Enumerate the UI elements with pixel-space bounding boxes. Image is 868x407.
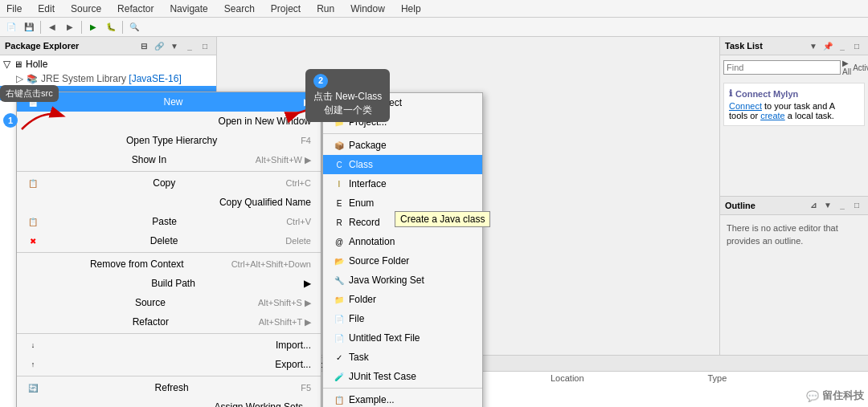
ctx-item-open-new-window[interactable]: Open in New Window	[17, 112, 321, 131]
create-link[interactable]: create	[760, 111, 785, 120]
toolbar-new-btn[interactable]: 📄	[3, 19, 19, 35]
ctx-item-import[interactable]: ↓ Import...	[17, 336, 321, 355]
toolbar-run-btn[interactable]: ▶	[85, 19, 101, 35]
connect-link[interactable]: Connect	[729, 101, 762, 111]
menu-run[interactable]: Run	[313, 2, 338, 16]
ctx-item-assign-working-sets[interactable]: Assign Working Sets...	[17, 397, 321, 407]
collapse-icon[interactable]: ⊟	[137, 39, 150, 52]
menu-help[interactable]: Help	[398, 2, 424, 16]
menu-edit[interactable]: Edit	[35, 2, 58, 16]
submenu-example[interactable]: 📋 Example...	[323, 390, 482, 407]
task-list-menu-icon[interactable]: ▼	[807, 39, 820, 52]
show-icon	[27, 153, 39, 166]
submenu-enum[interactable]: E Enum	[323, 193, 482, 213]
outline-maximize-icon[interactable]: □	[850, 199, 863, 212]
submenu-package[interactable]: 📦 Package	[323, 136, 482, 155]
ctx-item-label: Export...	[275, 359, 311, 370]
task-list-maximize-icon[interactable]: □	[850, 39, 863, 52]
submenu-junit-test-case[interactable]: 🧪 JUnit Test Case	[323, 367, 482, 386]
minimize-icon[interactable]: _	[183, 39, 196, 52]
task-find-input[interactable]	[723, 60, 841, 75]
tree-item-holle[interactable]: ▽ 🖥 Holle	[0, 57, 216, 71]
ctx-item-copy[interactable]: 📋 Copy Ctrl+C	[17, 173, 321, 193]
submenu-class[interactable]: C Class	[323, 155, 482, 174]
project-icon: 🖥	[14, 59, 23, 69]
ctx-item-new[interactable]: 📄 New ▶	[17, 92, 321, 112]
export-icon: ↑	[27, 358, 39, 371]
submenu-task[interactable]: ✓ Task	[323, 348, 482, 367]
right-side-panels: Task List ▼ 📌 _ □ ▶ All Activa	[719, 37, 868, 355]
class-tooltip: Create a Java class	[395, 211, 490, 227]
submenu-source-folder[interactable]: 📂 Source Folder	[323, 251, 482, 271]
menu-window[interactable]: Window	[347, 2, 388, 16]
ctx-item-show-in[interactable]: Show In Alt+Shift+W ▶	[17, 150, 321, 169]
mylyn-text3: a local task.	[788, 111, 834, 120]
task-list-minimize-icon[interactable]: _	[836, 39, 849, 52]
submenu-item-label: Task	[349, 352, 369, 363]
submenu-item-label: Annotation	[349, 236, 395, 247]
view-menu-icon[interactable]: ▼	[168, 39, 181, 52]
filter-all-label[interactable]: ▶ All	[842, 59, 851, 76]
outline-title: Outline	[725, 201, 755, 210]
ctx-item-refresh[interactable]: 🔄 Refresh F5	[17, 378, 321, 397]
ctx-item-copy-qualified[interactable]: Copy Qualified Name	[17, 193, 321, 212]
ctx-item-delete[interactable]: ✖ Delete Delete	[17, 231, 321, 250]
submenu-java-working-set[interactable]: 🔧 Java Working Set	[323, 271, 482, 290]
filter-activa-label[interactable]: Activa	[853, 63, 868, 72]
toolbar-sep-2	[81, 21, 82, 34]
outline-minimize-icon[interactable]: _	[836, 199, 849, 212]
ctx-item-paste[interactable]: 📋 Paste Ctrl+V	[17, 212, 321, 231]
submenu-file[interactable]: 📄 File	[323, 309, 482, 328]
menu-navigate[interactable]: Navigate	[166, 2, 211, 16]
toolbar-search-btn[interactable]: 🔍	[126, 19, 142, 35]
working-set-icon: 🔧	[333, 274, 346, 287]
maximize-icon[interactable]: □	[199, 39, 211, 52]
step2-callout-line1: 点击 New-Class	[313, 90, 382, 104]
menu-search[interactable]: Search	[221, 2, 258, 16]
toolbar-forward-btn[interactable]: ▶	[62, 19, 78, 35]
link-icon[interactable]: 🔗	[153, 39, 166, 52]
source-icon	[27, 296, 39, 309]
submenu-item-label: Enum	[349, 197, 374, 209]
menu-refactor[interactable]: Refactor	[114, 2, 157, 16]
toolbar-debug-btn[interactable]: 🐛	[103, 19, 119, 35]
ctx-item-label: Show In	[132, 154, 166, 165]
submenu-sep-2	[323, 388, 482, 389]
new-submenu: ☕ Java Project 📁 Project... 📦 Package C …	[322, 92, 483, 407]
menu-file[interactable]: File	[3, 2, 25, 16]
ctx-sep-3	[17, 333, 321, 334]
menu-source[interactable]: Source	[68, 2, 104, 16]
package-explorer-header: Package Explorer ⊟ 🔗 ▼ _ □	[0, 37, 216, 55]
toolbar-back-btn[interactable]: ◀	[44, 19, 60, 35]
outline-menu-icon[interactable]: ▼	[821, 199, 834, 212]
outline-filter-icon[interactable]: ⊿	[807, 199, 820, 212]
ctx-item-source[interactable]: Source Alt+Shift+S ▶	[17, 293, 321, 312]
tree-item-jre[interactable]: ▷ 📚 JRE System Library [JavaSE-16]	[0, 71, 216, 86]
submenu-annotation[interactable]: @ Annotation	[323, 232, 482, 251]
ctx-item-remove-context[interactable]: Remove from Context Ctrl+Alt+Shift+Down	[17, 254, 321, 274]
ctx-item-open-type-hierarchy[interactable]: Open Type Hierarchy F4	[17, 131, 321, 150]
outline-panel: Outline ⊿ ▼ _ □ There is no active edito…	[720, 197, 868, 356]
ctx-sep-4	[17, 376, 321, 376]
submenu-item-label: Java Working Set	[349, 275, 424, 286]
submenu-folder[interactable]: 📁 Folder	[323, 290, 482, 309]
enum-icon: E	[333, 197, 346, 210]
ctx-item-export[interactable]: ↑ Export...	[17, 355, 321, 374]
toolbar-sep-3	[122, 21, 123, 34]
submenu-sep-1	[323, 133, 482, 134]
copy-icon: 📋	[27, 177, 39, 189]
untitled-icon: 📄	[333, 332, 346, 344]
task-list-pin-icon[interactable]: 📌	[821, 39, 834, 52]
mylyn-text2: tools or	[729, 111, 758, 120]
ctx-item-refactor[interactable]: Refactor Alt+Shift+T ▶	[17, 312, 321, 332]
watermark-icon: 💬	[806, 390, 819, 402]
menu-project[interactable]: Project	[268, 2, 304, 16]
mylyn-title: Connect Mylyn	[735, 89, 798, 99]
package-explorer-title: Package Explorer	[5, 41, 79, 51]
ctx-item-build-path[interactable]: Build Path ▶	[17, 274, 321, 293]
submenu-interface[interactable]: I Interface	[323, 174, 482, 193]
toolbar-save-btn[interactable]: 💾	[21, 19, 37, 35]
submenu-item-label: Example...	[349, 394, 395, 405]
submenu-untitled-text-file[interactable]: 📄 Untitled Text File	[323, 328, 482, 348]
outline-icons: ⊿ ▼ _ □	[807, 199, 863, 212]
